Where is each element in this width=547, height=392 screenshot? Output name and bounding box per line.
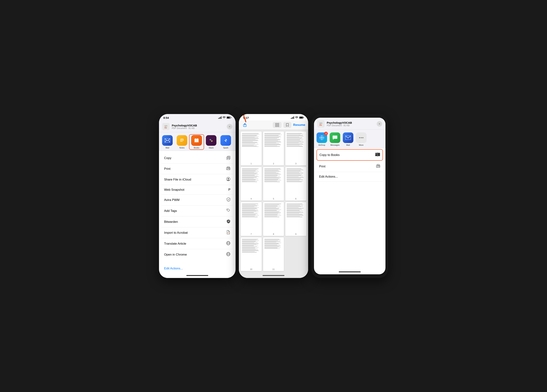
phone2-toolbar: Resume	[239, 120, 308, 130]
svg-text:PDF: PDF	[164, 127, 167, 129]
more-app-label: More	[359, 144, 363, 146]
phone1-home-bar	[186, 275, 208, 276]
pdf-page-6-content	[286, 168, 306, 183]
tag-icon	[226, 208, 231, 213]
phone1-share-header: PDF PsychologyVOCAB PDF Document · 91 KB…	[159, 120, 236, 132]
icloud-icon	[226, 177, 231, 182]
phone3-close-button[interactable]: ×	[377, 121, 382, 126]
mail3-app-label: Mail	[346, 144, 350, 146]
phone2-bookmark-button[interactable]	[283, 122, 291, 128]
svg-rect-57	[278, 123, 279, 125]
action-bitwarden[interactable]: Bitwarden	[162, 216, 233, 227]
pdf-page-num-1: 1	[251, 162, 252, 165]
svg-rect-8	[164, 125, 167, 126]
chrome-icon	[226, 252, 231, 257]
phone3-app-airdrop[interactable]: 2 AirDrop	[316, 133, 327, 146]
messages-app-label: Messages	[330, 144, 340, 146]
action-share-icloud[interactable]: Share File in iCloud	[162, 174, 233, 185]
svg-rect-9	[164, 126, 167, 126]
print-icon	[226, 166, 231, 171]
phone1-app-notes[interactable]: Notes	[175, 135, 189, 149]
pdf-page-1: 1	[241, 132, 262, 165]
svg-point-75	[361, 137, 362, 138]
svg-rect-5	[227, 117, 230, 118]
pdf-page-7-content	[241, 203, 261, 218]
svg-rect-35	[227, 167, 229, 168]
phone1-app-mail[interactable]: Mail	[161, 135, 174, 149]
svg-rect-78	[378, 153, 380, 156]
print3-icon-svg	[376, 164, 380, 168]
battery-icon	[227, 116, 231, 119]
pdf-page-1-content	[241, 133, 261, 148]
pdf-page-10-content	[241, 239, 261, 253]
action-add-tags[interactable]: Add Tags	[162, 206, 233, 216]
pdf-page-num-5: 5	[273, 198, 274, 200]
phone2-resume-button[interactable]: Resume	[293, 123, 305, 127]
phone1-app-slack[interactable]: Slack	[205, 135, 218, 149]
action-avira[interactable]: Avira PWM	[162, 194, 233, 206]
action-copy-to-books[interactable]: Copy to Books	[316, 149, 383, 161]
pdf-page-10: 10	[241, 237, 262, 271]
pdf-page-7: 7	[241, 202, 262, 236]
phone1-time: 8:54	[163, 116, 169, 119]
svg-rect-20	[180, 139, 184, 139]
phone2-battery-icon	[299, 116, 304, 119]
mail-app-icon	[162, 135, 173, 146]
svg-rect-26	[211, 141, 213, 141]
slack-app-icon	[206, 135, 216, 146]
svg-rect-1	[219, 118, 220, 119]
action-print3[interactable]: Print	[316, 161, 383, 172]
phone2-wifi-icon	[295, 116, 298, 119]
spark-app-icon	[220, 135, 231, 146]
mail3-icon-svg	[345, 136, 351, 140]
avira-label: Avira PWM	[164, 198, 180, 202]
pdf-page-num-8: 8	[273, 233, 274, 235]
avira-icon	[226, 197, 231, 203]
phone1-edit-actions[interactable]: Edit Actions...	[159, 264, 236, 273]
action-web-snapshot[interactable]: Web Snapshot P	[162, 185, 233, 194]
svg-rect-61	[320, 123, 322, 123]
action-copy[interactable]: Copy	[162, 153, 233, 164]
phone2-grid-button[interactable]	[273, 122, 281, 128]
phone3-inner: PDF PsychologyVOCAB PDF Document · 91 KB…	[314, 118, 385, 274]
action-translate[interactable]: Translate Article	[162, 238, 233, 249]
phone3-app-mail[interactable]: Mail	[343, 133, 353, 146]
svg-rect-30	[227, 158, 229, 158]
edit-actions-label3: Edit Actions...	[319, 175, 338, 179]
print-label: Print	[164, 167, 171, 171]
pdf-page-num-11: 11	[272, 268, 275, 270]
acrobat-icon	[226, 230, 231, 235]
svg-rect-10	[164, 127, 166, 127]
airdrop-icon-svg	[319, 135, 325, 140]
phone2-share-button[interactable]	[242, 122, 248, 128]
bitwarden-label: Bitwarden	[164, 220, 178, 224]
phone1-app-books[interactable]: Books	[190, 135, 203, 149]
pdf-page-6: 6	[285, 167, 306, 201]
action-import-acrobat[interactable]: Import to Acrobat	[162, 227, 233, 238]
phone1-app-spark[interactable]: Spark	[219, 135, 232, 149]
pdf-page-num-9: 9	[295, 233, 296, 235]
translate-label: Translate Article	[164, 242, 186, 246]
phone3-app-more[interactable]: More	[356, 133, 367, 146]
phone1-app-icons-row: Mail Notes Books	[159, 132, 236, 151]
phone3-action-list: Copy to Books Print	[314, 149, 385, 269]
svg-point-39	[227, 209, 228, 210]
phone3-app-messages[interactable]: Messages	[330, 133, 340, 146]
phone3-share-header: PDF PsychologyVOCAB PDF Document · 91 KB…	[314, 118, 385, 130]
copy-to-books-label: Copy to Books	[320, 153, 340, 157]
action-print[interactable]: Print	[162, 164, 233, 174]
books-icon	[375, 153, 380, 157]
copy-label: Copy	[164, 156, 171, 160]
svg-rect-2	[220, 117, 221, 119]
bookmark-icon	[286, 123, 289, 127]
phone3-pdf-icon: PDF	[317, 120, 325, 127]
action-open-chrome[interactable]: Open in Chrome	[162, 249, 233, 260]
svg-rect-18	[180, 140, 184, 141]
pdf-page-5: 5	[263, 167, 284, 201]
svg-rect-19	[180, 141, 183, 141]
copy-icon	[226, 155, 231, 161]
spark-app-label: Spark	[223, 147, 228, 149]
svg-rect-62	[320, 123, 322, 124]
phone1-close-button[interactable]: ×	[227, 124, 232, 129]
action-edit-actions[interactable]: Edit Actions...	[316, 172, 383, 182]
